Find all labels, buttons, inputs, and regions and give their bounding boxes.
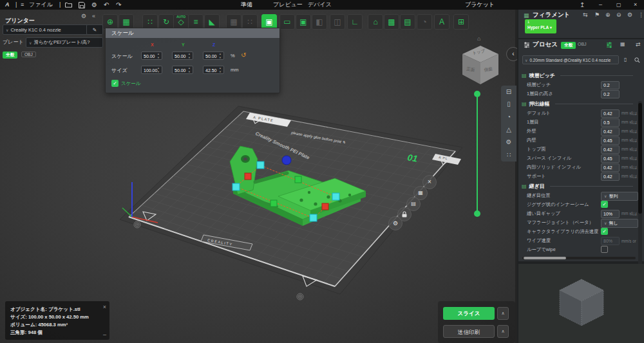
filament-add-icon[interactable]: ⊕ [605,12,611,18]
speed-icon[interactable]: ◔ [507,114,511,120]
dropdown-select[interactable]: ∨無し [601,219,638,228]
plate-type-select[interactable]: ∨ 滑らかなPEIプレート/高? [26,37,103,48]
value-input[interactable]: 0.45 [601,136,620,145]
value-input[interactable]: 0.45 [601,154,620,163]
horizontal-scrollbar-thumb[interactable] [524,257,566,259]
gauge-icon[interactable]: ◔ [417,14,432,30]
edit-printer-button[interactable]: ✎ [86,24,103,35]
slice-options-button[interactable]: ∧ [497,307,509,320]
document-icon[interactable]: ▯ [507,101,511,107]
size-y-input[interactable]: 50.00▴▾ [172,66,193,74]
search-icon[interactable] [634,57,640,63]
tab-general[interactable]: 全般 [3,51,17,59]
printer-select[interactable]: ∨ Creality K1C 0.4 nozzle [3,24,90,35]
stepper-arrows[interactable]: ▴▾ [187,66,192,75]
uniform-scale-checkbox[interactable]: ✓ [111,80,118,87]
hamburger-icon[interactable]: ≡ [21,0,24,10]
seam-paint-icon[interactable]: ▩ [384,14,399,30]
tab-obj[interactable]: OBJ [21,51,36,57]
process-tune-icon[interactable] [606,42,612,48]
plugin-icon[interactable]: ⊞ [453,14,469,30]
maximize-button[interactable]: ▢ [616,0,621,10]
process-tab-general[interactable]: 全般 [561,42,576,49]
settings-gear-icon[interactable]: ⚙ [91,0,97,10]
stepper-arrows[interactable]: ▴▾ [156,66,161,75]
scale-x-input[interactable]: 50.00▴▾ [141,51,162,60]
minimize-button[interactable]: – [599,0,602,10]
layers-icon[interactable]: ▤ [400,14,415,30]
value-input[interactable]: 10% [601,210,620,218]
tab-prepare[interactable]: 準備 [241,0,252,10]
preset-select[interactable]: ∨ 0.20mm Standard @Creality K1C 0.4 nozz… [522,55,619,64]
info-minimize-icon[interactable]: – [103,331,106,338]
size-x-input[interactable]: 100.00▴▾ [141,66,162,74]
info-close-icon[interactable]: × [103,304,106,310]
filament-more-icon[interactable]: ⋮ [638,12,644,18]
value-input[interactable]: 0.42 [601,145,620,154]
stepper-arrows[interactable]: ▴▾ [187,52,192,60]
process-transfer-icon[interactable]: ⇄ [636,41,641,48]
checkbox-unchecked[interactable] [601,246,608,253]
text-tool-icon[interactable]: A [434,14,450,30]
value-input[interactable]: 0.2 [601,81,620,89]
send-options-button[interactable]: ∧ [497,325,509,338]
gear-strip-icon[interactable]: ⚙ [506,139,512,145]
measure-icon[interactable]: ∟ [347,14,363,30]
frame-icon[interactable]: ▣ [296,14,311,30]
close-button[interactable]: × [634,0,637,10]
merge-icon[interactable]: ◫ [330,14,345,30]
nav-cube[interactable]: ⌂ トップ 正面 側面 [457,34,504,88]
filament-remove-icon[interactable]: ⊖ [616,12,621,18]
checkbox-checked[interactable]: ✓ [601,201,608,208]
support-strip-icon[interactable]: △ [506,127,511,133]
redo-icon[interactable]: ↷ [116,0,121,10]
file-menu-caret-icon[interactable]: ⌄ [49,0,54,10]
preset-bookmark-icon[interactable]: ▯ [624,57,627,62]
value-input[interactable]: 0.42 [601,109,620,118]
vertical-scrollbar-thumb[interactable] [638,103,642,214]
layer-slider-bottom-handle[interactable] [474,210,480,217]
layer-slider-top-handle[interactable] [474,91,480,97]
layer-slider-track[interactable] [477,93,478,214]
send-print-button[interactable]: 送信印刷 [443,325,495,338]
filament-pin-icon[interactable]: ⚑ [594,12,600,18]
creality-logo[interactable]: A [5,0,10,10]
save-icon[interactable] [79,0,85,10]
dropdown-select[interactable]: ∨整列 [601,192,638,201]
layer-config-icon[interactable]: ⊟ [506,89,511,95]
process-tab-obj[interactable]: OBJ [578,42,587,46]
process-grid-icon[interactable]: ▦ [620,41,625,47]
stepper-arrows[interactable]: ▴▾ [156,52,161,60]
tab-device[interactable]: デバイス [308,0,332,10]
apps-strip-icon[interactable]: ∷ [507,152,511,158]
printer-settings-icon[interactable]: ⚙ [81,13,86,19]
value-input[interactable]: 0.5 [601,118,620,127]
value-input[interactable]: 0.2 [601,90,620,98]
panel-collapse-icon[interactable]: « [92,13,95,19]
plate-settings-button[interactable]: ⚙ [388,216,402,230]
slice-button[interactable]: スライス [443,307,495,320]
reset-scale-icon[interactable]: ↺ [241,51,246,59]
filament-slot-chip[interactable]: 1 Hyper PLA ▾ [525,19,556,33]
scale-y-input[interactable]: 50.00▴▾ [172,51,193,60]
value-input[interactable]: 0.42 [601,172,620,181]
upload-icon[interactable]: ↥ [580,0,585,10]
value-input[interactable]: 0.42 [601,163,620,172]
size-z-input[interactable]: 42.50▴▾ [203,66,224,74]
scale-dialog-title[interactable]: スケール [106,28,279,38]
stepper-arrows[interactable]: ▴▾ [218,66,223,75]
stepper-arrows[interactable]: ▴▾ [218,52,223,60]
open-folder-icon[interactable] [65,0,72,10]
undo-icon[interactable]: ↶ [104,0,109,10]
support-icon[interactable]: ⌂ [368,14,383,30]
filament-sync-icon[interactable]: ⇆ [583,12,588,18]
tab-preview[interactable]: プレビュー [273,0,303,10]
preview-cube[interactable] [557,275,606,329]
flatten-icon[interactable]: ▭ [279,14,295,30]
checkbox-checked[interactable]: ✓ [601,228,608,235]
scale-z-input[interactable]: 50.00▴▾ [203,51,224,60]
home-icon[interactable]: ⌂ [477,35,480,42]
filament-settings-icon[interactable]: ⚙ [627,12,632,18]
value-input[interactable]: 0.42 [601,127,620,136]
mirror-icon[interactable]: ◧ [312,14,327,30]
